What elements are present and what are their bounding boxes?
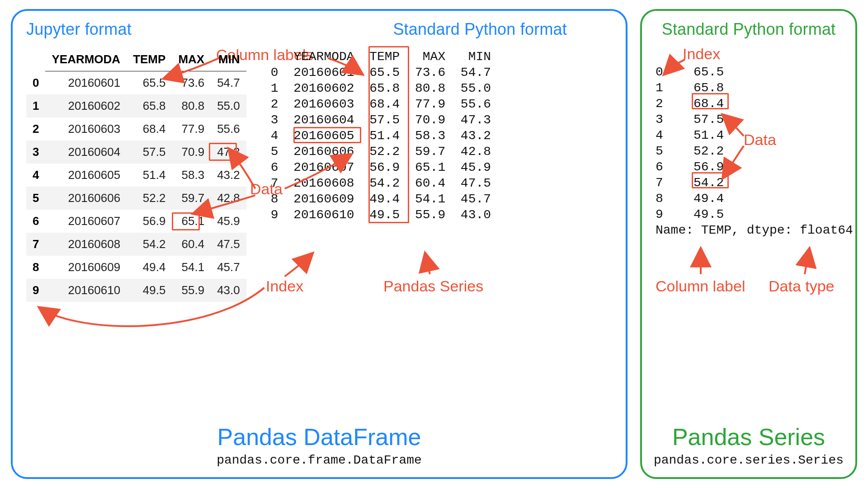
jupyter-table: YEARMODA TEMP MAX MIN 02016060165.573.65…	[26, 48, 246, 302]
col-yearmoda: YEARMODA	[45, 48, 127, 71]
series-bottom-block: Pandas Series pandas.core.series.Series	[642, 423, 855, 467]
cell-max: 60.4	[172, 233, 211, 256]
row-index: 5	[26, 187, 45, 210]
cell-yearmoda: 20160607	[45, 210, 127, 233]
series-text: 0 65.5 1 65.8 2 68.4 3 57.5 4 51.4 5 52.…	[656, 64, 842, 238]
dataframe-panel: Jupyter format Standard Python format Co…	[11, 9, 627, 479]
title-pandas-series: Pandas Series	[642, 423, 855, 450]
cell-temp: 54.2	[127, 233, 172, 256]
annotation-index: Index	[266, 277, 303, 295]
table-row: 72016060854.260.447.5	[26, 233, 246, 256]
cell-temp: 57.5	[127, 141, 172, 164]
python-dataframe-print: YEARMODA TEMP MAX MIN 0 20160601 65.5 73…	[271, 43, 491, 223]
cell-yearmoda: 20160605	[45, 164, 127, 187]
cell-min: 55.6	[211, 117, 246, 141]
cell-max: 54.1	[172, 256, 211, 279]
table-row: 02016060165.573.654.7	[26, 71, 246, 95]
cell-min: 43.2	[211, 164, 246, 187]
table-row: 32016060457.570.947.3	[26, 141, 246, 164]
cell-min: 54.7	[211, 71, 246, 95]
cell-min: 43.0	[211, 279, 246, 302]
title-standard-python-format-series: Standard Python format	[662, 20, 836, 39]
annotation-data-type: Data type	[769, 277, 835, 295]
table-row: 62016060756.965.145.9	[26, 210, 246, 233]
cell-yearmoda: 20160606	[45, 187, 127, 210]
row-index: 7	[26, 233, 45, 256]
row-index: 4	[26, 164, 45, 187]
cell-max: 70.9	[172, 141, 211, 164]
python-dataframe-text: YEARMODA TEMP MAX MIN 0 20160601 65.5 73…	[271, 49, 491, 223]
cell-temp: 68.4	[127, 117, 172, 141]
cell-temp: 51.4	[127, 164, 172, 187]
cell-yearmoda: 20160609	[45, 256, 127, 279]
cell-min: 45.7	[211, 256, 246, 279]
annotation-data-series: Data	[744, 131, 776, 149]
df-body: YEARMODA TEMP MAX MIN 02016060165.573.65…	[26, 43, 612, 302]
class-path-dataframe: pandas.core.frame.DataFrame	[13, 453, 626, 467]
cell-max: 55.9	[172, 279, 211, 302]
cell-temp: 56.9	[127, 210, 172, 233]
col-max: MAX	[172, 48, 211, 71]
title-pandas-dataframe: Pandas DataFrame	[13, 423, 626, 450]
series-print-wrap: 0 65.5 1 65.8 2 68.4 3 57.5 4 51.4 5 52.…	[656, 61, 842, 238]
cell-yearmoda: 20160610	[45, 279, 127, 302]
table-row: 42016060551.458.343.2	[26, 164, 246, 187]
table-row: 92016061049.555.943.0	[26, 279, 246, 302]
table-row: 22016060368.477.955.6	[26, 117, 246, 141]
cell-min: 47.3	[211, 141, 246, 164]
row-index: 6	[26, 210, 45, 233]
cell-temp: 49.5	[127, 279, 172, 302]
title-standard-python-format: Standard Python format	[393, 20, 567, 39]
cell-yearmoda: 20160603	[45, 117, 127, 141]
table-row: 12016060265.880.855.0	[26, 94, 246, 117]
row-index: 8	[26, 256, 45, 279]
cell-min: 45.9	[211, 210, 246, 233]
row-index: 2	[26, 117, 45, 141]
class-path-series: pandas.core.series.Series	[642, 453, 855, 467]
cell-min: 47.5	[211, 233, 246, 256]
cell-max: 58.3	[172, 164, 211, 187]
row-index: 1	[26, 94, 45, 117]
annotation-column-label: Column label	[656, 277, 745, 295]
row-index: 0	[26, 71, 45, 95]
cell-yearmoda: 20160604	[45, 141, 127, 164]
cell-max: 80.8	[172, 94, 211, 117]
cell-temp: 49.4	[127, 256, 172, 279]
cell-yearmoda: 20160608	[45, 233, 127, 256]
cell-temp: 65.8	[127, 94, 172, 117]
row-index: 3	[26, 141, 45, 164]
series-title-row: Standard Python format	[656, 20, 842, 39]
cell-max: 65.1	[172, 210, 211, 233]
df-title-row: Jupyter format Standard Python format	[26, 20, 612, 39]
cell-max: 73.6	[172, 71, 211, 95]
cell-temp: 65.5	[127, 71, 172, 95]
annotation-pandas-series: Pandas Series	[383, 277, 483, 295]
jupyter-table-wrap: YEARMODA TEMP MAX MIN 02016060165.573.65…	[26, 43, 246, 302]
cell-max: 77.9	[172, 117, 211, 141]
col-min: MIN	[211, 48, 246, 71]
cell-max: 59.7	[172, 187, 211, 210]
cell-yearmoda: 20160601	[45, 71, 127, 95]
cell-yearmoda: 20160602	[45, 94, 127, 117]
table-row: 52016060652.259.742.8	[26, 187, 246, 210]
title-jupyter-format: Jupyter format	[26, 20, 132, 39]
df-bottom-block: Pandas DataFrame pandas.core.frame.DataF…	[13, 423, 626, 467]
col-temp: TEMP	[127, 48, 172, 71]
cell-min: 42.8	[211, 187, 246, 210]
cell-min: 55.0	[211, 94, 246, 117]
annotation-data: Data	[250, 180, 283, 198]
cell-temp: 52.2	[127, 187, 172, 210]
jupyter-header-row: YEARMODA TEMP MAX MIN	[26, 48, 246, 71]
row-index: 9	[26, 279, 45, 302]
table-row: 82016060949.454.145.7	[26, 256, 246, 279]
series-panel: Standard Python format Index 0 65.5 1 65…	[640, 9, 857, 479]
